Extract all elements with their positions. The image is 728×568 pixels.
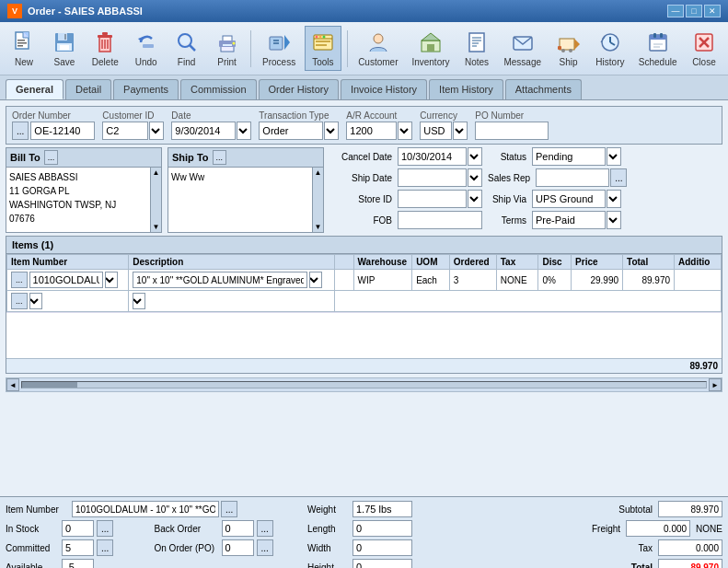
ship-to-scroll-down[interactable]: ▼ [315, 223, 322, 231]
tools-button[interactable]: Tools [305, 26, 341, 71]
transaction-type-input[interactable] [259, 122, 323, 140]
new-button[interactable]: New [6, 26, 42, 71]
new-item-dd[interactable]: ▼ [29, 293, 42, 309]
maximize-button[interactable]: □ [686, 5, 702, 17]
table-row[interactable]: ... ▼ ▼ WIP E [7, 270, 722, 291]
close-window-button[interactable]: ✕ [704, 5, 721, 17]
new-desc-dd[interactable]: ▼ [133, 293, 145, 309]
customer-id-dropdown[interactable]: ▼ [149, 122, 164, 140]
date-input[interactable] [171, 122, 236, 140]
scroll-left[interactable]: ◄ [6, 378, 19, 391]
transaction-type-dropdown[interactable]: ▼ [324, 122, 339, 140]
minimize-button[interactable]: — [667, 5, 684, 17]
save-button[interactable]: Save [46, 26, 83, 71]
ship-date-input[interactable] [398, 168, 467, 187]
on-order-po-input[interactable] [222, 539, 254, 556]
committed-lookup[interactable]: ... [97, 539, 113, 556]
width-input[interactable] [352, 539, 412, 556]
svg-rect-47 [560, 39, 574, 50]
description-input[interactable] [133, 272, 307, 288]
bottom-item-number-input[interactable] [72, 501, 219, 517]
date-dropdown[interactable]: ▼ [237, 122, 251, 140]
save-icon [52, 29, 77, 55]
fob-input[interactable] [398, 211, 482, 229]
item-number-dd[interactable]: ▼ [105, 272, 118, 288]
schedule-button[interactable]: Schedule [633, 26, 682, 71]
available-input[interactable] [62, 559, 94, 568]
height-input[interactable] [352, 559, 412, 568]
tab-payments[interactable]: Payments [113, 79, 179, 99]
ship-date-dropdown[interactable]: ▼ [468, 168, 482, 187]
ship-to-scroll-up[interactable]: ▲ [315, 168, 322, 177]
tab-order-history[interactable]: Order History [259, 79, 339, 99]
tab-detail[interactable]: Detail [65, 79, 111, 99]
currency-input[interactable] [420, 122, 452, 140]
tab-invoice-history[interactable]: Invoice History [341, 79, 427, 99]
ship-via-input[interactable] [532, 190, 606, 208]
freight-label: Freight [574, 524, 620, 534]
col-disc: Disc [538, 255, 572, 270]
cancel-date-input[interactable] [398, 147, 467, 166]
customer-id-label: Customer ID [102, 110, 164, 121]
ship-button[interactable]: Ship [550, 26, 587, 71]
weight-input[interactable] [352, 501, 412, 517]
back-order-lookup[interactable]: ... [257, 520, 273, 537]
in-stock-input[interactable] [62, 520, 94, 537]
po-number-input[interactable] [475, 122, 549, 140]
scroll-track[interactable] [21, 381, 707, 388]
col-price: Price [572, 255, 623, 270]
order-number-input[interactable] [30, 122, 95, 140]
cancel-date-dropdown[interactable]: ▼ [468, 147, 482, 166]
scroll-right[interactable]: ► [709, 378, 722, 391]
tab-item-history[interactable]: Item History [429, 79, 503, 99]
horizontal-scrollbar[interactable]: ◄ ► [6, 377, 722, 392]
description-dd[interactable]: ▼ [309, 272, 322, 288]
ar-account-input[interactable] [346, 122, 397, 140]
on-order-po-lookup[interactable]: ... [257, 539, 273, 556]
scroll-thumb[interactable] [22, 382, 77, 388]
currency-dropdown[interactable]: ▼ [453, 122, 468, 140]
tab-attachments[interactable]: Attachments [505, 79, 582, 99]
back-order-input[interactable] [222, 520, 254, 537]
ar-account-dropdown[interactable]: ▼ [398, 122, 412, 140]
delete-button[interactable]: Delete [87, 26, 124, 71]
tools-label: Tools [312, 57, 333, 67]
inventory-button[interactable]: Inventory [407, 26, 455, 71]
length-input[interactable] [352, 520, 412, 537]
store-id-input[interactable] [398, 190, 467, 208]
ship-to-lookup[interactable]: ... [213, 150, 227, 165]
terms-dropdown[interactable]: ▼ [607, 211, 621, 229]
message-button[interactable]: Message [499, 26, 547, 71]
table-row-new[interactable]: ... ▼ ▼ [7, 291, 722, 312]
bill-to-lookup[interactable]: ... [44, 150, 59, 165]
notes-button[interactable]: Notes [458, 26, 495, 71]
terms-input[interactable] [532, 211, 606, 229]
print-button[interactable]: Print [209, 26, 246, 71]
bill-to-scroll-up[interactable]: ▲ [153, 168, 160, 177]
bottom-item-lookup[interactable]: ... [221, 501, 237, 517]
tab-commission[interactable]: Commission [180, 79, 257, 99]
sales-rep-input[interactable] [536, 168, 609, 187]
store-id-dropdown[interactable]: ▼ [468, 190, 482, 208]
undo-button[interactable]: Undo [128, 26, 165, 71]
ship-via-dropdown[interactable]: ▼ [607, 190, 621, 208]
new-item-lookup[interactable]: ... [11, 293, 28, 309]
sales-rep-lookup[interactable]: ... [610, 168, 627, 187]
status-input[interactable] [532, 147, 606, 166]
customer-button[interactable]: Customer [353, 26, 403, 71]
committed-input[interactable] [62, 539, 94, 556]
bill-to-scroll-down[interactable]: ▼ [153, 223, 160, 231]
process-button[interactable]: Process [257, 26, 300, 71]
tab-general[interactable]: General [6, 79, 64, 99]
item-number-lookup[interactable]: ... [11, 272, 28, 288]
close-app-button[interactable]: Close [686, 26, 722, 71]
history-button[interactable]: History [590, 26, 630, 71]
status-dropdown[interactable]: ▼ [607, 147, 621, 166]
cell-item-number: ... ▼ [7, 270, 129, 291]
order-number-lookup[interactable]: ... [12, 122, 29, 140]
in-stock-lookup[interactable]: ... [97, 520, 113, 537]
tax-value: 0.000 [658, 539, 722, 556]
item-number-input[interactable] [29, 272, 103, 288]
find-button[interactable]: Find [168, 26, 205, 71]
customer-id-input[interactable] [102, 122, 148, 140]
